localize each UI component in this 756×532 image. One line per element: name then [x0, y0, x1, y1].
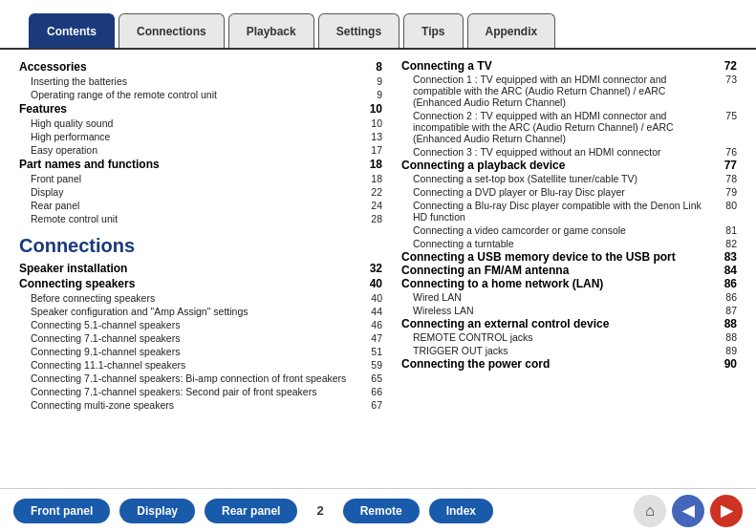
bottom-navigation: Front panel Display Rear panel 2 Remote …	[0, 488, 756, 532]
list-item: Connection 2 : TV equipped with an HDMI …	[401, 109, 737, 145]
list-item: REMOTE CONTROL jacks 88	[401, 330, 737, 344]
bottom-nav-right: ⌂ ◀ ▶	[634, 495, 743, 527]
rtoc-playback-row: Connecting a playback device 77	[401, 159, 737, 172]
toc-entry-title: Connecting 11.1-channel speakers	[31, 359, 359, 371]
toc-entry-page: 24	[359, 200, 382, 211]
toc-speakerinstall-page: 32	[370, 262, 382, 275]
next-page-button[interactable]: ▶	[710, 495, 743, 527]
list-item: Connecting a turntable 82	[401, 237, 737, 250]
toc-entry-page: 28	[359, 213, 382, 224]
tab-appendix[interactable]: Appendix	[467, 13, 556, 48]
display-button[interactable]: Display	[119, 499, 195, 523]
toc-accessories-title: Accessories	[19, 60, 87, 74]
bottom-nav-left: Front panel Display Rear panel 2 Remote …	[13, 499, 493, 523]
list-item: Connecting 7.1-channel speakers: Second …	[19, 385, 382, 398]
toc-entry-page: 65	[359, 372, 382, 384]
rtoc-entry-title: Connection 3 : TV equipped without an HD…	[413, 146, 714, 158]
main-content: Accessories 8 Inserting the batteries 9 …	[0, 50, 756, 488]
list-item: High quality sound 10	[19, 117, 382, 130]
toc-accessories-row: Accessories 8	[19, 59, 382, 74]
right-toc: Connecting a TV 72 Connection 1 : TV equ…	[401, 59, 737, 480]
toc-entry-page: 22	[359, 186, 382, 198]
toc-speakerinstall-title: Speaker installation	[19, 262, 127, 275]
list-item: Connecting 5.1-channel speakers 46	[19, 318, 382, 331]
list-item: Rear panel 24	[19, 199, 382, 212]
rtoc-tv-row: Connecting a TV 72	[401, 59, 737, 73]
list-item: Inserting the batteries 9	[19, 74, 382, 88]
toc-entry-page: 66	[359, 386, 382, 397]
toc-features-page: 10	[370, 102, 382, 116]
toc-features-row: Features 10	[19, 101, 382, 117]
rtoc-playback-heading: Connecting a playback device	[401, 159, 565, 172]
toc-partnames-page: 18	[370, 158, 382, 171]
list-item: Connecting 7.1-channel speakers: Bi-amp …	[19, 372, 382, 385]
rtoc-entry-page: 75	[714, 110, 737, 144]
toc-entry-title: Before connecting speakers	[31, 292, 359, 304]
tab-connections[interactable]: Connections	[119, 13, 225, 48]
rtoc-entry-title: Connection 2 : TV equipped with an HDMI …	[413, 110, 714, 144]
list-item: Connection 1 : TV equipped with an HDMI …	[401, 73, 737, 109]
index-button[interactable]: Index	[429, 499, 493, 523]
tab-playback[interactable]: Playback	[228, 13, 314, 48]
previous-page-button[interactable]: ◀	[672, 495, 704, 527]
front-panel-button[interactable]: Front panel	[13, 499, 110, 523]
left-toc: Accessories 8 Inserting the batteries 9 …	[19, 59, 382, 480]
rtoc-entry-page: 78	[714, 173, 737, 184]
tab-tips[interactable]: Tips	[403, 13, 463, 48]
rtoc-entry-title: Connecting a set-top box (Satellite tune…	[413, 173, 714, 184]
toc-partnames-row: Part names and functions 18	[19, 157, 382, 172]
rtoc-entry-page: 81	[714, 224, 737, 236]
toc-entry-page: 9	[359, 75, 382, 87]
list-item: Connecting 11.1-channel speakers 59	[19, 358, 382, 372]
connections-big-title: Connections	[19, 235, 382, 257]
list-item: Remote control unit 28	[19, 212, 382, 225]
home-button[interactable]: ⌂	[634, 495, 666, 527]
tab-contents[interactable]: Contents	[29, 13, 115, 48]
toc-entry-title: High quality sound	[31, 117, 359, 129]
rtoc-entry-title: Wireless LAN	[413, 305, 714, 316]
toc-entry-page: 44	[359, 306, 382, 317]
rtoc-usb-row: Connecting a USB memory device to the US…	[401, 250, 737, 264]
rtoc-usb-page: 83	[724, 250, 737, 264]
toc-entry-title: Speaker configuration and "Amp Assign" s…	[31, 306, 359, 317]
toc-entry-title: Inserting the batteries	[31, 75, 359, 87]
rtoc-entry-page: 82	[714, 238, 737, 249]
rtoc-entry-page: 87	[714, 305, 737, 316]
rtoc-external-page: 88	[724, 317, 737, 330]
toc-entry-page: 9	[359, 89, 382, 100]
toc-entry-title: Connecting 7.1-channel speakers: Second …	[31, 386, 359, 397]
list-item: Connecting a video camcorder or game con…	[401, 223, 737, 237]
page-number: 2	[316, 503, 323, 518]
list-item: Before connecting speakers 40	[19, 291, 382, 305]
list-item: Connecting a set-top box (Satellite tune…	[401, 172, 737, 185]
list-item: Connecting a DVD player or Blu-ray Disc …	[401, 185, 737, 199]
toc-entry-title: Display	[31, 186, 359, 198]
tab-settings[interactable]: Settings	[318, 13, 400, 48]
list-item: Front panel 18	[19, 172, 382, 185]
list-item: Connecting 9.1-channel speakers 51	[19, 345, 382, 358]
rtoc-external-row: Connecting an external control device 88	[401, 317, 737, 330]
toc-connectingspeakers-row: Connecting speakers 40	[19, 276, 382, 291]
toc-entry-title: Connecting multi-zone speakers	[31, 399, 359, 411]
toc-connectingspeakers-title: Connecting speakers	[19, 277, 135, 290]
rtoc-playback-page: 77	[724, 159, 737, 172]
toc-entry-page: 59	[359, 359, 382, 371]
rear-panel-button[interactable]: Rear panel	[205, 499, 297, 523]
rtoc-entry-page: 73	[714, 74, 737, 108]
rtoc-entry-title: TRIGGER OUT jacks	[413, 345, 714, 356]
rtoc-lan-row: Connecting to a home network (LAN) 86	[401, 277, 737, 290]
remote-button[interactable]: Remote	[343, 499, 420, 523]
rtoc-power-row: Connecting the power cord 90	[401, 357, 737, 371]
toc-entry-page: 46	[359, 319, 382, 330]
toc-entry-title: Rear panel	[31, 200, 359, 211]
rtoc-lan-page: 86	[724, 277, 737, 290]
rtoc-external-heading: Connecting an external control device	[401, 317, 609, 330]
rtoc-entry-title: REMOTE CONTROL jacks	[413, 331, 714, 343]
toc-speakerinstall-row: Speaker installation 32	[19, 261, 382, 276]
toc-entry-title: Connecting 5.1-channel speakers	[31, 319, 359, 330]
right-arrow-icon: ▶	[721, 501, 732, 520]
rtoc-entry-page: 88	[714, 331, 737, 343]
rtoc-lan-heading: Connecting to a home network (LAN)	[401, 277, 603, 290]
list-item: Wireless LAN 87	[401, 304, 737, 317]
rtoc-entry-page: 86	[714, 291, 737, 303]
